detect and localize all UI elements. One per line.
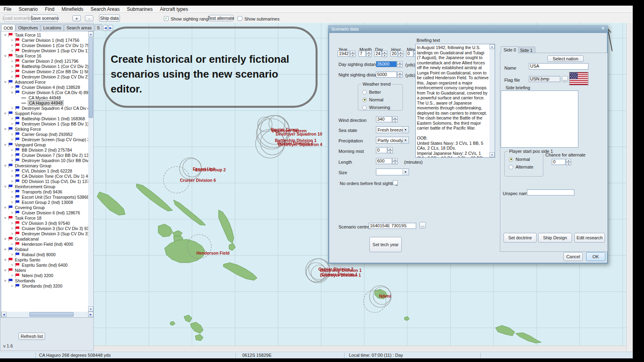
flag-browse-button[interactable]: ... [562,76,568,82]
tree-item[interactable]: Espritu Santo [1,257,88,262]
tree-expander-icon[interactable] [10,70,14,74]
show-sighting-range-checkbox[interactable] [164,16,169,21]
tree-item[interactable]: Transports (Ind) 9436 [1,189,88,194]
tab-scroll-right-icon[interactable]: ▶ [108,25,113,31]
year-input[interactable]: 1942 [338,51,350,57]
tree-item[interactable]: DD Division 11 (Sup CVL Div 1) 13752 [1,179,88,184]
month-input[interactable]: 7 [359,51,366,57]
tree-hscrollbar[interactable]: ◀ ▶ [1,312,93,317]
scroll-up-icon[interactable]: ▲ [88,31,93,37]
tree-item[interactable]: Striking Force [1,126,88,132]
tree-item[interactable]: Battleship Division 1 (Ind) 168368 [1,116,88,121]
tree-expander-icon[interactable] [10,242,14,246]
map-unit-label[interactable]: Destroyer Squadron 4 [278,142,322,147]
tree-item[interactable]: Reinforcement Group [1,184,88,189]
scroll-left-icon[interactable]: ◀ [1,312,6,317]
tree-expander-icon[interactable] [3,127,8,131]
tree-expander-icon[interactable] [3,206,8,210]
tree-expander-icon[interactable] [3,33,8,37]
briefing-scrollbar[interactable]: ▲ ▼ [489,44,495,157]
select-nation-button[interactable]: Select nation [547,56,584,62]
side-name-input[interactable]: USA [529,63,588,70]
weather-option[interactable]: Normal [362,97,383,102]
map-unit-label[interactable]: Destroyer Squadron 10 [276,132,322,136]
tree-item[interactable]: CA Haguro 44948 [1,100,88,105]
tree-expander-icon[interactable] [10,153,14,157]
night-sighting-spinner[interactable]: ▲▼ [397,72,402,78]
tree-expander-icon[interactable] [10,195,14,199]
map-unit-label[interactable]: Ndeni [379,294,391,298]
night-sighting-input[interactable]: 5000 [376,72,397,78]
tree-expander-icon[interactable] [10,158,14,162]
tree-item[interactable]: Escort Group 2 (Ind) 13008 [1,200,88,205]
tree-item[interactable]: Destroyer Squadron 10 (Scr BB Div 2) 632… [1,158,88,163]
length-spinner[interactable]: ▲▼ [392,158,398,164]
tab-scroll-left-icon[interactable]: ◀ [103,25,108,31]
ok-button[interactable]: OK [586,252,605,261]
year-spinner[interactable]: ▲▼ [350,51,355,57]
tree-expander-icon[interactable] [3,54,8,58]
tab-side-0[interactable]: Side 0 [501,46,519,53]
no-orders-checkbox[interactable] [393,180,398,185]
tree-item[interactable]: Task Force 16 [1,53,88,58]
tree-item[interactable]: Battleship Division 1 (Cor CV Div 2) 178… [1,64,88,69]
panel-tab[interactable]: Search areas [64,24,94,31]
vscroll-thumb[interactable] [89,37,93,118]
zoom-out-button[interactable]: - [85,15,93,21]
tree-item[interactable]: Rabaul [1,247,88,252]
panel-tab[interactable]: Objectives [16,24,40,31]
panel-tab[interactable]: S [95,24,102,31]
tree-item[interactable]: BB Division 2 (Ind) 275784 [1,147,88,152]
tree-item[interactable]: Destroyer Division 3 (Sup CV Div 3) 4713… [1,231,88,236]
tree-item[interactable]: Cruiser Division 7 (Scr BB Div 2) 131628 [1,152,88,158]
menu-item[interactable]: Aircraft types [156,6,192,12]
menu-item[interactable]: Search Areas [87,6,123,12]
tree-expander-icon[interactable] [3,237,8,241]
panel-tab[interactable]: Locations [41,24,64,31]
tree-item[interactable]: Destroyer Division 1 (Sup BB Div 1) 1717… [1,121,88,126]
tree-expander-icon[interactable] [10,132,14,136]
tree-expander-icon[interactable] [10,211,14,215]
close-icon[interactable]: ✕ [600,25,606,31]
tree-expander-icon[interactable] [10,49,14,53]
tree-expander-icon[interactable] [10,169,14,173]
briefing-textarea[interactable]: In August 1942, following the U.S. landi… [415,44,495,158]
scroll-down-icon[interactable]: ▼ [489,152,495,157]
tree-expander-icon[interactable] [10,85,14,89]
dialog-title-bar[interactable]: Scenario data ✕ [328,25,608,33]
tree-expander-icon[interactable] [10,179,14,183]
menu-item[interactable]: Submarines [123,6,156,12]
hour-spinner[interactable]: ▲▼ [398,51,403,57]
tree-item[interactable]: Ndeni (Ind) 3200 [1,273,88,278]
menu-item[interactable]: Scenario [15,6,41,12]
tree-item[interactable]: Espritu Santo (Ind) 6400 [1,262,88,267]
chance-alternate-spinner[interactable]: ▲▼ [566,159,571,165]
day-sighting-input[interactable]: 35000 [376,61,397,67]
tree-expander-icon[interactable] [3,80,8,84]
cancel-button[interactable]: Cancel [564,252,583,261]
tree-expander-icon[interactable] [3,164,8,168]
tree-item[interactable]: Carrier Division 1 (Ind) 174756 [1,37,88,43]
length-input[interactable]: 600 [376,158,392,164]
day-sighting-spinner[interactable]: ▲▼ [397,61,402,67]
tree-expander-icon[interactable] [10,253,14,257]
set-tech-year-button[interactable]: Set tech year [369,237,402,252]
morning-mist-input[interactable]: 0 [376,147,387,153]
save-scenario-button[interactable]: Save scenario [31,14,58,22]
tree-expander-icon[interactable] [10,274,14,278]
set-doctrine-button[interactable]: Set doctrine [504,233,537,243]
scroll-down-icon[interactable]: ▼ [88,306,93,312]
tree-item[interactable]: Destroyer Squadron 4 (Scr CA Div 4) 5559… [1,105,88,111]
map-unit-label[interactable]: Henderson Field [196,251,229,255]
refresh-list-button[interactable]: Refresh list [19,333,45,340]
map-unit-label[interactable]: Escort Group 2 [195,167,226,172]
tree-item[interactable]: Cruiser Division 1 (Cor CV Div 1) 75704 [1,43,88,48]
weather-option[interactable]: Better [362,90,381,95]
tree-item[interactable]: Cruiser Division 3 (Scr CV Div 3) 93304 [1,226,88,231]
panel-tab[interactable]: OOB [1,24,15,31]
hour-input[interactable]: 20 [390,51,398,57]
tree-item[interactable]: Advanced Force [1,79,88,84]
tree-expander-icon[interactable] [10,148,14,152]
tree-item[interactable]: Carrier Divison 2 (Ind) 121796 [1,58,88,64]
tree-item[interactable]: Cruiser Divison 5 (Cor CA Div 4) 89896 [1,90,88,95]
